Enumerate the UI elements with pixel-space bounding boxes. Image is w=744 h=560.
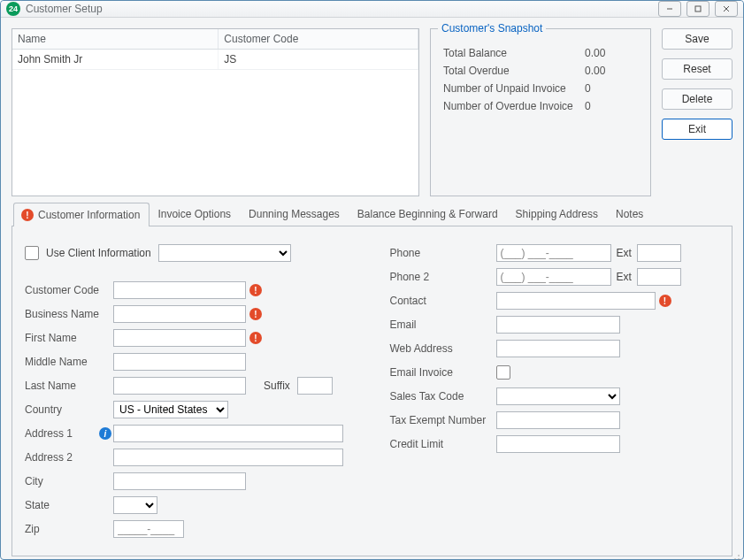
delete-button[interactable]: Delete — [662, 88, 732, 110]
web-input[interactable] — [496, 340, 620, 357]
grid-header-code: Customer Code — [219, 29, 418, 49]
top-row: Name Customer Code John Smith Jr JS Cust… — [12, 28, 732, 196]
app-icon: 24 — [6, 2, 20, 16]
phone2-ext-label: Ext — [617, 271, 632, 283]
save-button[interactable]: Save — [662, 28, 732, 50]
tabs-container: ! Customer Information Invoice Options D… — [12, 202, 732, 556]
business-name-input[interactable] — [113, 305, 246, 323]
phone-input[interactable] — [496, 244, 611, 262]
window-controls — [658, 1, 738, 17]
alert-icon: ! — [249, 332, 262, 344]
phone-ext-label: Ext — [617, 247, 632, 259]
svg-rect-1 — [695, 6, 701, 12]
tax-exempt-label: Tax Exempt Number — [390, 414, 496, 426]
address2-label: Address 2 — [25, 451, 113, 464]
grid-header: Name Customer Code — [12, 29, 418, 50]
minimize-button[interactable] — [658, 1, 681, 17]
reset-button[interactable]: Reset — [662, 58, 732, 80]
last-name-label: Last Name — [25, 380, 113, 392]
window-title: Customer Setup — [26, 3, 658, 15]
tax-exempt-input[interactable] — [496, 411, 620, 429]
cell-name: John Smith Jr — [12, 50, 219, 69]
middle-name-label: Middle Name — [25, 356, 113, 368]
total-overdue-label: Total Overdue — [443, 65, 585, 77]
snapshot-legend: Customer's Snapshot — [438, 22, 546, 35]
grid-header-name: Name — [12, 29, 219, 49]
email-input[interactable] — [496, 316, 620, 334]
tab-label: Customer Information — [38, 209, 140, 221]
unpaid-count-value: 0 — [585, 82, 591, 95]
phone2-ext-input[interactable] — [637, 268, 681, 286]
phone-ext-input[interactable] — [637, 244, 681, 262]
resize-grip[interactable] — [730, 554, 740, 560]
total-balance-value: 0.00 — [585, 47, 605, 59]
customer-code-label: Customer Code — [25, 284, 113, 296]
tab-notes[interactable]: Notes — [608, 202, 653, 226]
phone2-input[interactable] — [496, 268, 611, 286]
info-icon: i — [99, 427, 111, 440]
city-input[interactable] — [113, 472, 246, 490]
alert-icon: ! — [249, 284, 262, 296]
contact-input[interactable] — [496, 292, 656, 310]
action-buttons: Save Reset Delete Exit — [662, 28, 732, 196]
titlebar: 24 Customer Setup — [1, 1, 743, 18]
tab-customer-information[interactable]: ! Customer Information — [13, 203, 150, 226]
alert-icon: ! — [21, 209, 34, 221]
country-label: Country — [25, 403, 113, 416]
exit-button[interactable]: Exit — [662, 119, 732, 140]
contact-label: Contact — [390, 295, 496, 307]
total-overdue-value: 0.00 — [585, 65, 605, 77]
phone2-label: Phone 2 — [390, 271, 496, 283]
tab-balance[interactable]: Balance Beginning & Forward — [349, 202, 508, 226]
tab-strip: ! Customer Information Invoice Options D… — [12, 202, 732, 226]
credit-limit-input[interactable] — [496, 435, 620, 453]
tab-invoice-options[interactable]: Invoice Options — [150, 202, 241, 226]
cell-code: JS — [219, 50, 418, 69]
zip-label: Zip — [25, 523, 113, 535]
suffix-input[interactable] — [297, 377, 333, 395]
email-invoice-label: Email Invoice — [390, 366, 496, 379]
alert-icon: ! — [249, 308, 262, 320]
web-label: Web Address — [390, 342, 496, 355]
customers-grid[interactable]: Name Customer Code John Smith Jr JS — [12, 28, 419, 196]
city-label: City — [25, 475, 113, 487]
country-select[interactable]: US - United States — [113, 401, 228, 418]
client-select[interactable] — [158, 244, 291, 262]
business-name-label: Business Name — [25, 308, 113, 320]
svg-point-4 — [738, 555, 740, 556]
address1-input[interactable] — [113, 425, 343, 442]
phone-label: Phone — [390, 247, 496, 259]
table-row[interactable]: John Smith Jr JS — [12, 50, 418, 70]
window: 24 Customer Setup Name Customer Code Jo — [0, 0, 744, 560]
zip-input[interactable] — [113, 520, 184, 538]
use-client-info-label: Use Client Information — [46, 247, 151, 259]
tab-dunning-messages[interactable]: Dunning Messages — [241, 202, 349, 226]
snapshot-panel: Customer's Snapshot Total Balance 0.00 T… — [430, 28, 651, 196]
customer-code-input[interactable] — [113, 281, 246, 299]
form-right-column: Phone Ext Phone 2 Ext Contact ! — [390, 239, 720, 543]
overdue-count-value: 0 — [585, 100, 591, 112]
first-name-input[interactable] — [113, 329, 246, 347]
state-label: State — [25, 499, 113, 511]
email-label: Email — [390, 318, 496, 331]
total-balance-label: Total Balance — [443, 47, 585, 59]
first-name-label: First Name — [25, 332, 113, 344]
tab-panel-customer-information: Use Client Information Customer Code ! B… — [12, 226, 732, 556]
last-name-input[interactable] — [113, 377, 246, 395]
use-client-info-checkbox[interactable] — [25, 246, 39, 260]
address2-input[interactable] — [113, 449, 343, 466]
address1-label: Address 1 — [25, 427, 99, 440]
sales-tax-label: Sales Tax Code — [390, 390, 496, 403]
credit-limit-label: Credit Limit — [390, 438, 496, 450]
middle-name-input[interactable] — [113, 353, 246, 371]
overdue-count-label: Number of Overdue Invoice — [443, 100, 585, 112]
tab-shipping-address[interactable]: Shipping Address — [508, 202, 608, 226]
state-select[interactable] — [113, 496, 157, 514]
sales-tax-select[interactable] — [496, 387, 620, 405]
client-area: Name Customer Code John Smith Jr JS Cust… — [1, 18, 743, 560]
maximize-button[interactable] — [686, 1, 709, 17]
alert-icon: ! — [659, 295, 671, 307]
email-invoice-checkbox[interactable] — [496, 365, 510, 380]
close-button[interactable] — [715, 1, 738, 17]
form-left-column: Use Client Information Customer Code ! B… — [25, 239, 355, 543]
